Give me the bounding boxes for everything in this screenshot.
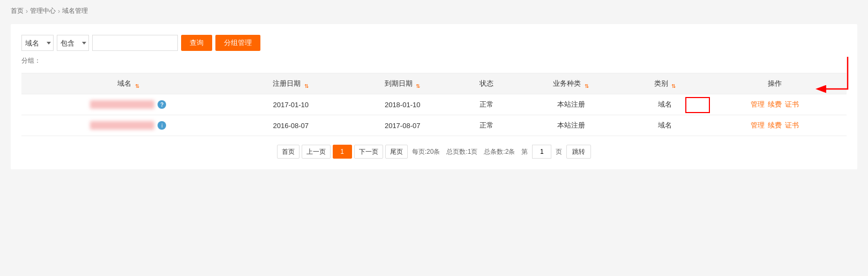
service-1: 本站注册: [515, 94, 626, 115]
question-icon-1[interactable]: ?: [158, 100, 166, 109]
page-unit-label: 页: [556, 147, 562, 156]
toolbar: 域名 包含 查询 分组管理: [21, 35, 847, 51]
exp-date-1: 2018-01-10: [347, 94, 458, 115]
reg-date-1: 2017-01-10: [235, 94, 347, 115]
info-icon-2[interactable]: i: [158, 121, 166, 130]
filter-condition-select[interactable]: 包含: [57, 35, 89, 51]
domain-name-blurred-1: [90, 100, 154, 109]
search-input[interactable]: [92, 35, 178, 51]
category-2: 域名: [627, 115, 704, 136]
domain-table: 域名 注册日期 到期日期 状态 业务种类: [21, 73, 847, 136]
action-links-1: 管理 续费 证书: [708, 100, 842, 109]
status-1: 正常: [458, 94, 515, 115]
jump-button[interactable]: 跳转: [566, 145, 591, 159]
col-status: 状态: [458, 73, 515, 94]
table-header-row: 域名 注册日期 到期日期 状态 业务种类: [21, 73, 847, 94]
manage-link-1[interactable]: 管理: [751, 100, 765, 109]
content-card: 域名 包含 查询 分组管理 分组： 域名 注册日期: [11, 24, 857, 169]
total-pages-text: 总页数:1页: [446, 147, 477, 156]
col-service: 业务种类: [515, 73, 626, 94]
exp-date-2: 2017-08-07: [347, 115, 458, 136]
col-domain: 域名: [21, 73, 235, 94]
domain-cell-2: i: [21, 115, 235, 136]
service-2: 本站注册: [515, 115, 626, 136]
breadcrumb-mgmt[interactable]: 管理中心: [30, 6, 56, 16]
query-button[interactable]: 查询: [181, 35, 212, 51]
breadcrumb-sep2: ›: [58, 8, 60, 15]
category-1: 域名: [627, 94, 704, 115]
breadcrumb-sep1: ›: [26, 8, 28, 15]
table-row: ? 2017-01-10 2018-01-10 正常 本站注册 域名: [21, 94, 847, 115]
prev-page-btn[interactable]: 上一页: [302, 145, 331, 159]
sort-regdate-icon[interactable]: [304, 81, 309, 87]
col-reg-date: 注册日期: [235, 73, 347, 94]
cert-link-2[interactable]: 证书: [785, 121, 799, 130]
total-items-text: 总条数:2条: [484, 147, 515, 156]
breadcrumb-home[interactable]: 首页: [11, 6, 24, 16]
page-input-label: 第: [521, 147, 528, 156]
first-page-btn[interactable]: 首页: [277, 145, 300, 159]
next-page-btn[interactable]: 下一页: [354, 145, 383, 159]
sort-expdate-icon[interactable]: [416, 81, 420, 87]
table-row: i 2016-08-07 2017-08-07 正常 本站注册 域名 管理 续费…: [21, 115, 847, 136]
col-actions: 操作: [704, 73, 847, 94]
filter-type-select[interactable]: 域名: [21, 35, 54, 51]
current-page-btn[interactable]: 1: [333, 145, 352, 159]
per-page-text: 每页:20条: [412, 147, 440, 156]
pagination: 首页 上一页 1 下一页 尾页 每页:20条 总页数:1页 总条数:2条 第 页…: [21, 145, 847, 159]
action-links-2: 管理 续费 证书: [708, 121, 842, 130]
sort-category-icon[interactable]: [671, 81, 676, 87]
sort-domain-icon[interactable]: [135, 81, 139, 87]
col-exp-date: 到期日期: [347, 73, 458, 94]
group-label: 分组：: [21, 56, 847, 65]
sort-service-icon[interactable]: [585, 81, 589, 87]
actions-1: 管理 续费 证书: [704, 94, 847, 115]
last-page-btn[interactable]: 尾页: [385, 145, 408, 159]
renew-link-2[interactable]: 续费: [768, 121, 782, 130]
cert-link-1[interactable]: 证书: [785, 100, 799, 109]
domain-name-blurred-2: [90, 121, 154, 130]
manage-link-2[interactable]: 管理: [751, 121, 765, 130]
col-category: 类别: [627, 73, 704, 94]
page-jump-input[interactable]: [532, 145, 551, 159]
renew-link-1[interactable]: 续费: [768, 100, 782, 109]
domain-cell-1: ?: [21, 94, 235, 115]
actions-2: 管理 续费 证书: [704, 115, 847, 136]
breadcrumb-current: 域名管理: [62, 6, 88, 16]
breadcrumb: 首页 › 管理中心 › 域名管理: [11, 6, 857, 16]
group-manage-button[interactable]: 分组管理: [215, 35, 260, 51]
reg-date-2: 2016-08-07: [235, 115, 347, 136]
status-2: 正常: [458, 115, 515, 136]
